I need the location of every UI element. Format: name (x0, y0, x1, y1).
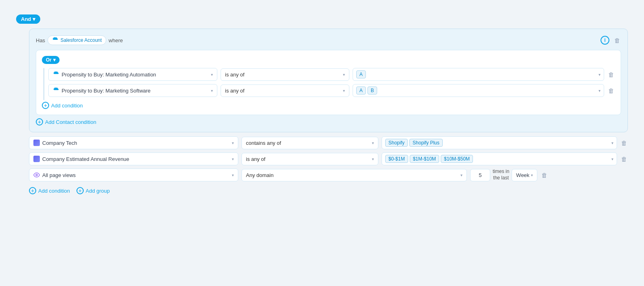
salesforce-badge-text: Salesforce Account (60, 37, 102, 43)
condition-row-2: Propensity to Buy: Marketing Software ▾ … (48, 84, 615, 97)
operator-select-2-chevron: ▾ (343, 88, 345, 93)
and-chevron-icon: ▾ (33, 16, 35, 22)
eye-icon (33, 172, 40, 178)
revenue-operator-select[interactable]: is any of ▾ (242, 153, 378, 165)
revenue-field-chevron: ▾ (232, 157, 234, 161)
tag-10m-50m: $10M-$50M (441, 155, 473, 163)
add-condition-plus-icon: + (29, 187, 36, 194)
salesforce-badge[interactable]: Salesforce Account (47, 35, 106, 45)
times-value-input[interactable] (470, 169, 490, 181)
conditions-with-line: Propensity to Buy: Marketing Automation … (42, 68, 615, 100)
field-select-2-chevron: ▾ (211, 88, 213, 93)
bottom-actions: + Add condition + Add group (29, 185, 628, 196)
add-condition-label: Add condition (51, 103, 83, 109)
delete-page-views-button[interactable]: 🗑 (541, 171, 548, 179)
header-actions: i 🗑 (601, 36, 621, 45)
salesforce-block: Has Salesforce Account where i 🗑 Or ▾ (29, 29, 628, 132)
page-views-row: All page views ▾ Any domain ▾ times inth… (29, 169, 628, 181)
company-tech-row: Company Tech ▾ contains any of ▾ Shopify… (29, 136, 628, 149)
delete-salesforce-button[interactable]: 🗑 (613, 36, 621, 45)
revenue-value-chevron: ▾ (611, 157, 613, 161)
field-select-1-chevron: ▾ (211, 72, 213, 77)
value-select-2[interactable]: A B ▾ (353, 84, 604, 97)
operator-select-1[interactable]: is any of ▾ (221, 68, 349, 81)
company-tech-value-select[interactable]: Shopify Shopify Plus ▾ (382, 136, 617, 149)
tag-B-2: B (367, 86, 377, 95)
operator-select-1-chevron: ▾ (343, 72, 345, 77)
company-tech-field-chevron: ▾ (232, 141, 234, 145)
salesforce-header: Has Salesforce Account where i 🗑 (36, 35, 621, 45)
main-container: And ▾ Has Salesforce Account where i 🗑 (8, 8, 636, 202)
tag-A-1: A (356, 70, 366, 78)
value-select-1[interactable]: A ▾ (353, 68, 604, 81)
revenue-operator-chevron: ▾ (372, 157, 374, 161)
salesforce-header-left: Has Salesforce Account where (36, 35, 123, 45)
svg-point-0 (36, 174, 37, 176)
company-tech-operator-chevron: ▾ (372, 141, 374, 145)
add-group-plus-icon: + (76, 187, 84, 194)
delete-condition-1-button[interactable]: 🗑 (607, 70, 615, 79)
value-select-1-chevron: ▾ (599, 72, 601, 77)
delete-revenue-button[interactable]: 🗑 (620, 155, 628, 163)
condition-row-1: Propensity to Buy: Marketing Automation … (48, 68, 615, 81)
plus-circle-icon: + (42, 102, 49, 109)
revenue-value-select[interactable]: $0-$1M $1M-$10M $10M-$50M ▾ (382, 152, 617, 165)
field-select-2[interactable]: Propensity to Buy: Marketing Software ▾ (48, 84, 217, 97)
add-group-label: Add group (86, 188, 110, 194)
and-label: And (21, 16, 31, 22)
operator-select-2[interactable]: is any of ▾ (221, 84, 349, 97)
company-tech-value-chevron: ▾ (611, 141, 613, 145)
tag-shopify: Shopify (385, 139, 408, 147)
salesforce-icon (52, 37, 58, 43)
add-contact-condition-button[interactable]: + Add Contact condition (36, 115, 96, 126)
add-outer-condition-button[interactable]: + Add condition (29, 185, 70, 196)
tag-0-1m: $0-$1M (385, 155, 408, 163)
delete-condition-2-button[interactable]: 🗑 (607, 86, 615, 95)
field-select-1[interactable]: Propensity to Buy: Marketing Automation … (48, 68, 217, 81)
add-group-button[interactable]: + Add group (76, 185, 110, 196)
week-chevron-icon: ▾ (531, 173, 533, 177)
add-inner-condition-button[interactable]: + Add condition (42, 100, 83, 111)
tag-shopify-plus: Shopify Plus (409, 139, 443, 147)
and-badge[interactable]: And ▾ (16, 14, 40, 24)
times-in-last-group: times inthe last Week ▾ (470, 169, 537, 181)
revenue-field-select[interactable]: Company Estimated Annual Revenue ▾ (29, 152, 238, 165)
salesforce-field-icon-2 (53, 87, 59, 94)
salesforce-field-icon-1 (53, 71, 59, 78)
add-contact-plus-icon: + (36, 118, 43, 126)
or-label: Or (46, 57, 52, 63)
revenue-icon (33, 156, 40, 162)
add-contact-label: Add Contact condition (45, 119, 96, 125)
company-tech-field-select[interactable]: Company Tech ▾ (29, 136, 238, 149)
has-text: Has (36, 37, 45, 43)
week-select[interactable]: Week ▾ (512, 169, 537, 181)
times-label: times inthe last (493, 169, 509, 181)
inner-conditions-block: Or ▾ Propens (36, 50, 621, 115)
company-tech-operator-select[interactable]: contains any of ▾ (242, 137, 378, 149)
page-views-field-chevron: ▾ (232, 173, 234, 177)
where-text: where (109, 37, 123, 43)
page-views-operator-chevron: ▾ (460, 173, 462, 177)
value-select-2-chevron: ▾ (599, 88, 601, 93)
delete-company-tech-button[interactable]: 🗑 (620, 139, 628, 147)
conditions-list: Propensity to Buy: Marketing Automation … (44, 68, 615, 100)
revenue-row: Company Estimated Annual Revenue ▾ is an… (29, 152, 628, 165)
or-chevron-icon: ▾ (53, 57, 56, 63)
page-views-operator-select[interactable]: Any domain ▾ (242, 169, 467, 181)
page-views-field-select[interactable]: All page views ▾ (29, 169, 238, 181)
or-badge[interactable]: Or ▾ (42, 56, 60, 64)
tag-A-2: A (356, 86, 366, 95)
company-tech-icon (33, 140, 40, 146)
add-condition-bottom-label: Add condition (38, 188, 70, 194)
info-button[interactable]: i (601, 36, 609, 45)
tag-1m-10m: $1M-$10M (410, 155, 439, 163)
